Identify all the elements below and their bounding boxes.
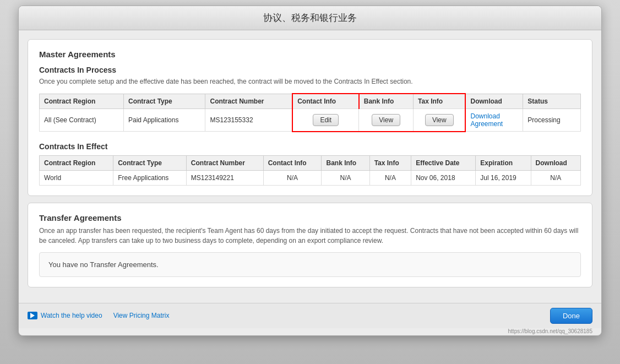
watch-video-link[interactable]: Watch the help video xyxy=(41,312,102,319)
cell-region: All (See Contract) xyxy=(40,109,124,132)
cell-download: Download Agreement xyxy=(465,109,523,132)
table-row: All (See Contract) Paid Applications MS1… xyxy=(40,109,581,132)
footer-bar: Watch the help video View Pricing Matrix… xyxy=(19,303,601,328)
effect-col-contact: Contact Info xyxy=(263,155,322,170)
effect-cell-tax: N/A xyxy=(369,170,411,185)
contracts-in-effect-table: Contract Region Contract Type Contract N… xyxy=(39,155,581,186)
effect-col-expiration: Expiration xyxy=(476,155,531,170)
master-agreements-card: Master Agreements Contracts In Process O… xyxy=(28,39,592,196)
master-agreements-title: Master Agreements xyxy=(39,50,581,59)
url-hint: https://blog.csdn.net/qq_30628185 xyxy=(19,328,601,335)
effect-col-bank: Bank Info xyxy=(322,155,369,170)
contracts-in-process-table: Contract Region Contract Type Contract N… xyxy=(39,93,581,132)
effect-col-type: Contract Type xyxy=(113,155,187,170)
done-button[interactable]: Done xyxy=(550,308,592,324)
col-header-tax-info: Tax Info xyxy=(414,94,466,109)
col-header-status: Status xyxy=(523,94,581,109)
transfer-empty-text: You have no Transfer Agreements. xyxy=(48,260,159,269)
col-header-download: Download xyxy=(465,94,523,109)
effect-cell-contact: N/A xyxy=(263,170,322,185)
effect-table-header-row: Contract Region Contract Type Contract N… xyxy=(40,155,581,170)
transfer-agreements-title: Transfer Agreements xyxy=(39,213,581,222)
contracts-in-process-title: Contracts In Process xyxy=(39,66,581,74)
pricing-matrix-link[interactable]: View Pricing Matrix xyxy=(113,312,170,319)
effect-col-region: Contract Region xyxy=(40,155,113,170)
bank-info-view-button[interactable]: View xyxy=(372,114,400,126)
cell-tax-info: View xyxy=(414,109,466,132)
transfer-empty-message: You have no Transfer Agreements. xyxy=(39,252,581,277)
col-header-type: Contract Type xyxy=(124,94,205,109)
video-icon xyxy=(28,312,37,319)
col-header-bank-info: Bank Info xyxy=(359,94,414,109)
table-header-row: Contract Region Contract Type Contract N… xyxy=(40,94,581,109)
contracts-in-effect-title: Contracts In Effect xyxy=(39,142,581,151)
tax-info-view-button[interactable]: View xyxy=(425,114,454,126)
contact-info-edit-button[interactable]: Edit xyxy=(313,114,339,126)
effect-cell-region: World xyxy=(40,170,113,185)
effect-cell-expiration: Jul 16, 2019 xyxy=(476,170,531,185)
effect-cell-bank: N/A xyxy=(322,170,369,185)
cell-status: Processing xyxy=(523,109,581,132)
watch-video-container: Watch the help video xyxy=(28,312,102,319)
contracts-in-process-section: Contracts In Process Once you complete s… xyxy=(39,66,581,132)
main-window: 协议、税务和银行业务 Master Agreements Contracts I… xyxy=(18,6,602,336)
effect-table-row: World Free Applications MS123149221 N/A … xyxy=(40,170,581,185)
download-agreement-link2[interactable]: Agreement xyxy=(470,120,518,128)
effect-cell-type: Free Applications xyxy=(113,170,187,185)
col-header-region: Contract Region xyxy=(40,94,124,109)
cell-type: Paid Applications xyxy=(124,109,205,132)
col-header-contact-info: Contact Info xyxy=(292,94,359,109)
transfer-agreements-desc: Once an app transfer has been requested,… xyxy=(39,226,581,246)
title-bar: 协议、税务和银行业务 xyxy=(19,6,601,30)
effect-col-number: Contract Number xyxy=(186,155,263,170)
cell-number: MS123155332 xyxy=(205,109,292,132)
page-title: 协议、税务和银行业务 xyxy=(28,12,592,24)
footer-left: Watch the help video View Pricing Matrix xyxy=(28,312,169,319)
cell-contact-info: Edit xyxy=(292,109,359,132)
app-background: 协议、税务和银行业务 Master Agreements Contracts I… xyxy=(0,0,620,364)
effect-col-tax: Tax Info xyxy=(369,155,411,170)
effect-cell-number: MS123149221 xyxy=(186,170,263,185)
effect-cell-download: N/A xyxy=(531,170,580,185)
col-header-number: Contract Number xyxy=(205,94,292,109)
content-area: Master Agreements Contracts In Process O… xyxy=(19,30,601,303)
effect-col-effective: Effective Date xyxy=(411,155,476,170)
contracts-in-effect-section: Contracts In Effect Contract Region Cont… xyxy=(39,142,581,186)
contracts-in-process-desc: Once you complete setup and the effectiv… xyxy=(39,77,581,86)
cell-bank-info: View xyxy=(359,109,414,132)
effect-cell-effective-date: Nov 06, 2018 xyxy=(411,170,476,185)
transfer-agreements-card: Transfer Agreements Once an app transfer… xyxy=(28,203,592,287)
download-agreement-link[interactable]: Download xyxy=(470,112,518,120)
effect-col-download: Download xyxy=(531,155,580,170)
